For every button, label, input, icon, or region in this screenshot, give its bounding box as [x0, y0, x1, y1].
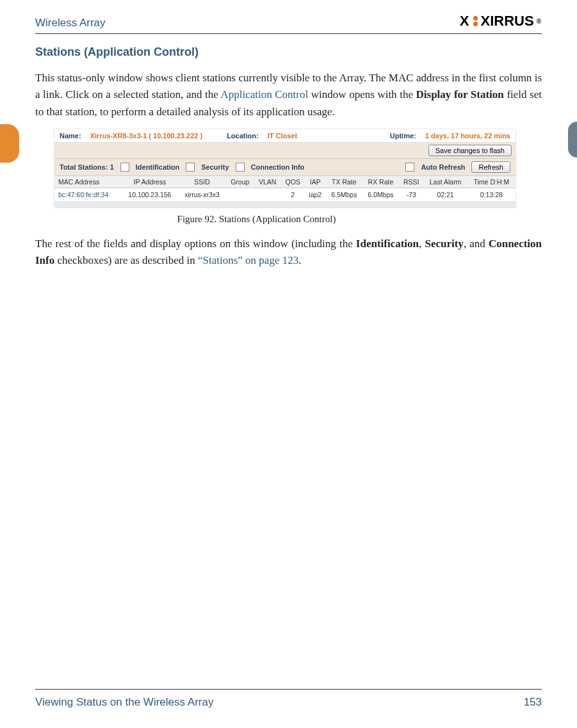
cell-group [226, 188, 254, 202]
save-row: Save changes to flash [54, 142, 516, 158]
table-row: bc:47:60:fe:df:34 10.100.23.156 xirrus-x… [54, 188, 516, 202]
col-time: Time D:H:M [467, 176, 516, 188]
para2-bold-2: Security [425, 238, 463, 250]
para2-sep-2: , and [464, 238, 489, 250]
col-vlan: VLAN [254, 176, 281, 188]
col-qos: QOS [281, 176, 305, 188]
brand-logo: X XIRRUS ® [460, 13, 542, 29]
col-group: Group [226, 176, 254, 188]
stations-screenshot: Name: Xirrus-XR8-3x3-1 ( 10.100.23.222 )… [54, 129, 516, 207]
uptime-value: 1 days, 17 hours, 22 mins [425, 132, 510, 140]
total-stations-label: Total Stations: 1 [60, 163, 114, 171]
page-header: Wireless Array X XIRRUS ® [35, 13, 542, 34]
stations-table: MAC Address IP Address SSID Group VLAN Q… [54, 175, 516, 201]
cell-tx: 6.5Mbps [326, 188, 362, 202]
right-edge-tab-icon [568, 122, 577, 158]
refresh-button[interactable]: Refresh [471, 161, 510, 173]
col-rssi: RSSI [399, 176, 423, 188]
para2-bold-1: Identification [356, 238, 419, 250]
para2-text-c: . [298, 254, 301, 266]
name-value: Xirrus-XR8-3x3-1 ( 10.100.23.222 ) [90, 132, 203, 140]
cell-time: 0:13:28 [467, 188, 516, 202]
table-header-row: MAC Address IP Address SSID Group VLAN Q… [54, 176, 516, 188]
identification-checkbox[interactable] [120, 163, 129, 172]
connection-info-checkbox[interactable] [236, 163, 245, 172]
cell-ip: 10.100.23.156 [121, 188, 178, 202]
col-rx: RX Rate [362, 176, 399, 188]
application-control-link[interactable]: Application Control [220, 88, 308, 101]
save-changes-button[interactable]: Save changes to flash [428, 145, 512, 156]
location-value: IT Closet [268, 132, 297, 140]
para2-text-a: The rest of the fields and display optio… [35, 238, 356, 250]
para1-text-b: window opens with the [308, 88, 416, 101]
col-ssid: SSID [178, 176, 225, 188]
page-footer: Viewing Status on the Wireless Array 153 [35, 689, 542, 709]
location-label: Location: [227, 132, 259, 140]
cell-ssid: xirrus-xr3x3 [178, 188, 225, 202]
para1-bold: Display for Station [416, 88, 504, 101]
uptime-label: Uptime: [390, 132, 416, 140]
cell-iap: iap2 [305, 188, 326, 202]
header-title: Wireless Array [35, 17, 106, 29]
col-mac: MAC Address [54, 176, 121, 188]
info-bar: Name: Xirrus-XR8-3x3-1 ( 10.100.23.222 )… [54, 129, 516, 142]
security-label: Security [201, 163, 229, 171]
security-checkbox[interactable] [186, 163, 195, 172]
section-heading: Stations (Application Control) [35, 45, 542, 59]
identification-label: Identification [136, 163, 179, 171]
side-tab-icon [0, 124, 19, 163]
filter-row: Total Stations: 1 Identification Securit… [54, 158, 516, 175]
paragraph-2: The rest of the fields and display optio… [35, 236, 542, 270]
col-tx: TX Rate [326, 176, 362, 188]
logo-dots-icon [473, 16, 478, 26]
name-label: Name: [60, 132, 81, 140]
para2-text-b: checkboxes) are as described in [54, 254, 198, 266]
cell-rx: 6.0Mbps [362, 188, 399, 202]
connection-info-label: Connection Info [251, 163, 305, 171]
logo-x-icon: X [460, 13, 470, 29]
auto-refresh-label: Auto Refresh [421, 163, 465, 171]
footer-left: Viewing Status on the Wireless Array [35, 696, 213, 709]
auto-refresh-checkbox[interactable] [405, 163, 414, 172]
col-iap: IAP [305, 176, 326, 188]
cell-qos: 2 [281, 188, 305, 202]
col-ip: IP Address [121, 176, 178, 188]
paragraph-1: This status-only window shows client sta… [35, 70, 542, 120]
page-number: 153 [524, 696, 542, 709]
cell-mac-link[interactable]: bc:47:60:fe:df:34 [54, 188, 121, 202]
col-alarm: Last Alarm [423, 176, 467, 188]
logo-registered-icon: ® [537, 18, 542, 25]
cell-vlan [254, 188, 281, 202]
cell-alarm: 02:21 [423, 188, 467, 202]
stations-page-link[interactable]: “Stations” on page 123 [198, 254, 298, 266]
figure-92: Name: Xirrus-XR8-3x3-1 ( 10.100.23.222 )… [35, 129, 542, 225]
logo-text: XIRRUS [481, 13, 534, 29]
figure-caption: Figure 92. Stations (Application Control… [112, 214, 401, 225]
screenshot-footer-bar [54, 201, 516, 207]
cell-rssi: -73 [399, 188, 423, 202]
